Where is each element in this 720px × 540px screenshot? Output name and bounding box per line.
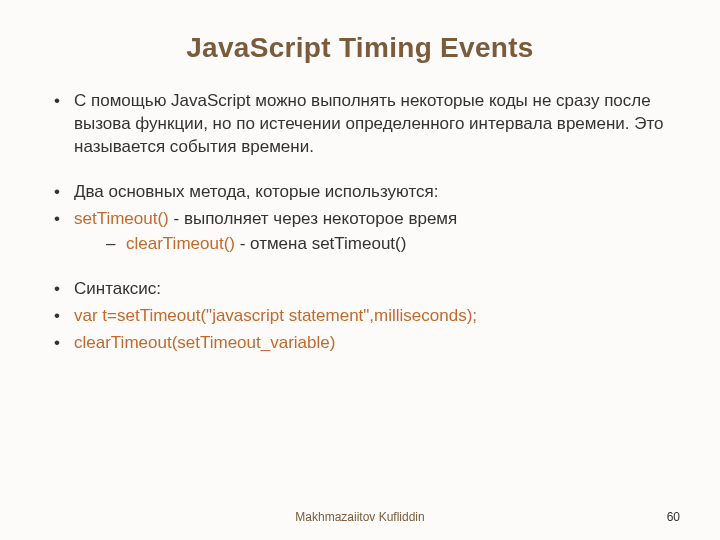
bullet-item-6: clearTimeout(setTimeout_variable) <box>50 332 670 355</box>
bullet-item-4: Синтаксис: <box>50 278 670 301</box>
text: - отмена setTimeout() <box>235 234 406 253</box>
page-number: 60 <box>667 510 680 524</box>
bullet-list: С помощью JavaScript можно выполнять нек… <box>50 90 670 354</box>
text: Синтаксис: <box>74 279 161 298</box>
text: Два основных метода, которые используютс… <box>74 182 438 201</box>
code-text: clearTimeout(setTimeout_variable) <box>74 333 335 352</box>
bullet-item-3: setTimeout() - выполняет через некоторое… <box>50 208 670 256</box>
text: - выполняет через некоторое время <box>169 209 457 228</box>
slide-title: JavaScript Timing Events <box>50 32 670 64</box>
text: С помощью JavaScript можно выполнять нек… <box>74 91 664 156</box>
bullet-item-1: С помощью JavaScript можно выполнять нек… <box>50 90 670 159</box>
sub-item-1: clearTimeout() - отмена setTimeout() <box>74 233 670 256</box>
code-text: var t=setTimeout("javascript statement",… <box>74 306 477 325</box>
slide: JavaScript Timing Events С помощью JavaS… <box>0 0 720 540</box>
code-text: setTimeout() <box>74 209 169 228</box>
bullet-item-2: Два основных метода, которые используютс… <box>50 181 670 204</box>
code-text: clearTimeout() <box>126 234 235 253</box>
sub-list: clearTimeout() - отмена setTimeout() <box>74 233 670 256</box>
footer-author: Makhmazaiitov Kufliddin <box>0 510 720 524</box>
bullet-item-5: var t=setTimeout("javascript statement",… <box>50 305 670 328</box>
